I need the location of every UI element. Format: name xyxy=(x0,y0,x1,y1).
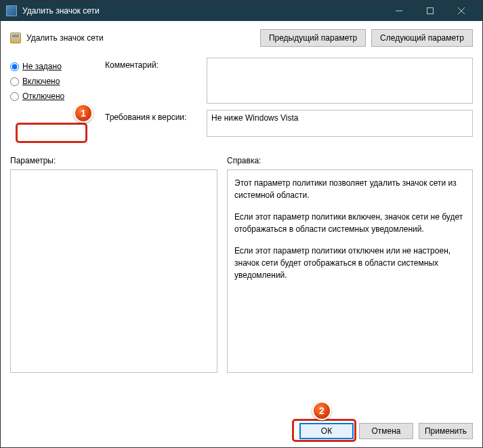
help-paragraph-1: Этот параметр политики позволяет удалить… xyxy=(234,177,465,201)
radio-disabled-label[interactable]: Отключено xyxy=(22,91,64,101)
help-paragraph-2: Если этот параметр политики включен, зна… xyxy=(234,211,465,235)
radio-not-configured[interactable]: Не задано xyxy=(10,59,105,74)
config-row: Не задано Включено Отключено Комментарий… xyxy=(10,58,473,106)
help-paragraph-3: Если этот параметр политики отключен или… xyxy=(234,245,465,281)
radio-disabled-input[interactable] xyxy=(10,92,19,101)
help-label: Справка: xyxy=(227,156,261,165)
ok-button[interactable]: ОК xyxy=(299,423,354,439)
radio-column: Не задано Включено Отключено xyxy=(10,58,105,104)
minimize-button[interactable] xyxy=(383,1,415,21)
radio-disabled[interactable]: Отключено xyxy=(10,89,105,104)
requirements-row: Требования к версии: Не ниже Windows Vis… xyxy=(10,110,473,137)
radio-enabled-input[interactable] xyxy=(10,77,19,86)
cancel-button[interactable]: Отмена xyxy=(359,423,413,439)
svg-rect-1 xyxy=(427,8,434,14)
dialog-buttons: ОК Отмена Применить xyxy=(299,423,473,439)
window-controls xyxy=(383,1,477,21)
panels-row: Этот параметр политики позволяет удалить… xyxy=(10,169,473,373)
radio-not-configured-input[interactable] xyxy=(10,62,19,71)
radio-not-configured-label[interactable]: Не задано xyxy=(22,62,62,71)
params-panel xyxy=(10,169,217,373)
app-icon xyxy=(6,5,17,16)
radio-enabled-label[interactable]: Включено xyxy=(22,77,60,86)
maximize-button[interactable] xyxy=(415,1,446,21)
radio-enabled[interactable]: Включено xyxy=(10,74,105,89)
requirements-box: Не ниже Windows Vista xyxy=(207,110,473,137)
params-label: Параметры: xyxy=(10,156,227,165)
policy-editor-window: Удалить значок сети Удалить значок сети … xyxy=(0,0,483,448)
header-row: Удалить значок сети Предыдущий параметр … xyxy=(10,29,473,47)
apply-button[interactable]: Применить xyxy=(419,423,473,439)
comment-textarea[interactable] xyxy=(207,58,473,104)
window-title: Удалить значок сети xyxy=(22,6,383,16)
close-button[interactable] xyxy=(446,1,477,21)
policy-icon xyxy=(10,33,21,43)
requirements-label: Требования к версии: xyxy=(105,110,207,122)
annotation-badge-2: 2 xyxy=(312,401,331,420)
section-labels: Параметры: Справка: xyxy=(10,156,473,165)
requirements-text: Не ниже Windows Vista xyxy=(211,113,299,123)
help-panel: Этот параметр политики позволяет удалить… xyxy=(227,169,473,373)
content-area: Удалить значок сети Предыдущий параметр … xyxy=(1,21,482,381)
previous-setting-button[interactable]: Предыдущий параметр xyxy=(260,29,366,47)
next-setting-button[interactable]: Следующий параметр xyxy=(371,29,473,47)
title-bar: Удалить значок сети xyxy=(1,1,482,21)
policy-title: Удалить значок сети xyxy=(26,33,255,43)
comment-label: Комментарий: xyxy=(105,58,207,70)
